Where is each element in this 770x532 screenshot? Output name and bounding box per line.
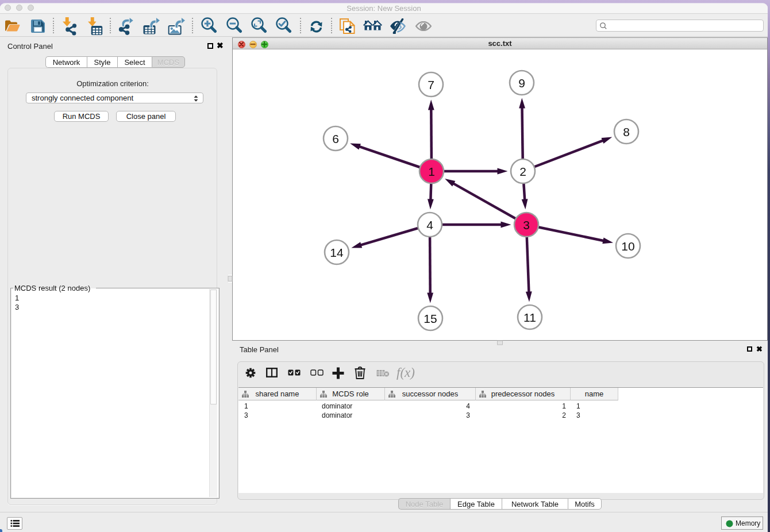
svg-text:7: 7: [428, 78, 434, 91]
svg-text:14: 14: [330, 246, 344, 259]
svg-text:11: 11: [523, 311, 536, 324]
svg-text:3: 3: [523, 218, 530, 232]
svg-text:9: 9: [518, 76, 525, 90]
svg-text:8: 8: [623, 125, 630, 138]
svg-text:6: 6: [332, 132, 339, 145]
svg-text:4: 4: [426, 218, 433, 232]
svg-text:1: 1: [428, 165, 435, 178]
svg-text:15: 15: [424, 312, 437, 325]
svg-text:10: 10: [621, 240, 634, 253]
svg-text:2: 2: [519, 165, 526, 178]
